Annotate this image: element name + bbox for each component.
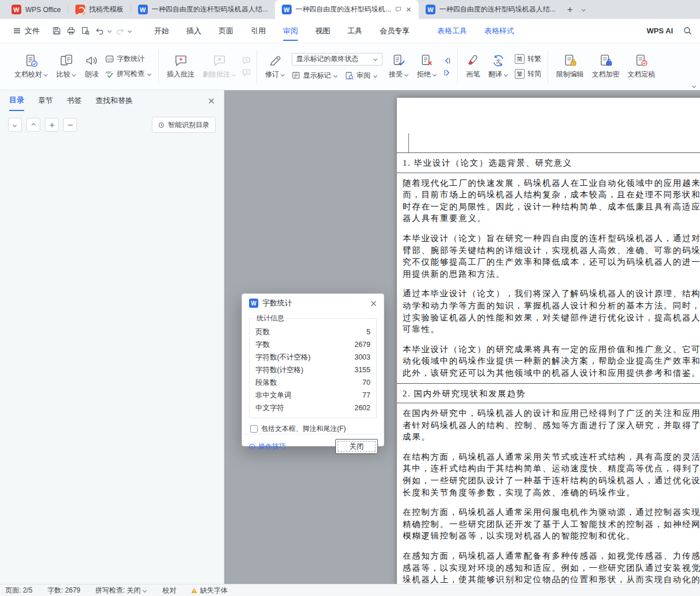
compare-button[interactable]: 比较 — [52, 51, 81, 82]
delete-comment-button[interactable]: 删除批注 — [198, 51, 240, 82]
to-simplified-button[interactable]: 繁 转简 — [515, 69, 541, 79]
word-count-button[interactable]: 123 字数统计 — [105, 54, 152, 64]
document-paragraph[interactable]: 在控制方面，码垛机器人通常采用伺服电机作为驱动源，通过控制器实现对精确控制。一些… — [397, 502, 700, 546]
ribbon-collapse-icon[interactable] — [692, 84, 697, 88]
print-preview-button[interactable] — [79, 24, 92, 38]
next-comment-icon[interactable] — [242, 68, 251, 77]
side-tab-find-replace[interactable]: 查找和替换 — [95, 90, 133, 111]
read-aloud-button[interactable]: 朗读 — [81, 51, 103, 82]
reject-button[interactable]: 拒绝 — [413, 51, 441, 82]
smart-identify-toc-button[interactable]: 智能识别目录 — [152, 117, 216, 133]
spell-check-button[interactable]: ABC 拼写检查 — [105, 69, 152, 79]
toc-collapse-button[interactable] — [26, 118, 40, 132]
side-tab-bookmarks[interactable]: 书签 — [67, 90, 82, 111]
new-tab-button[interactable]: + — [563, 0, 577, 19]
checkbox-unchecked-icon[interactable] — [250, 425, 258, 433]
doc-proof-button[interactable]: 文档校对 — [10, 51, 52, 82]
menu-review[interactable]: 审阅 — [283, 19, 298, 43]
status-page-indicator[interactable]: 页面: 2/5 — [5, 586, 32, 595]
review-button[interactable]: 审阅 — [345, 71, 378, 81]
simplified-char-icon: 简 — [515, 54, 525, 64]
insert-comment-button[interactable]: 插入批注 — [163, 51, 198, 82]
document-paragraph[interactable]: 在感知方面，码垛机器人通常配备有多种传感器，如视觉传感器、力传感器感器等，以实现… — [397, 546, 700, 584]
tips-label: 操作技巧 — [258, 442, 286, 452]
track-changes-button[interactable]: 修订 — [261, 51, 289, 82]
accept-button[interactable]: 接受 — [385, 51, 413, 82]
status-proofread-button[interactable]: 校对 — [162, 586, 176, 595]
chevron-down-icon[interactable] — [281, 72, 285, 77]
ribbon-separator — [158, 50, 159, 83]
to-traditional-button[interactable]: 简 转繁 — [515, 54, 541, 64]
toc-zoom-out-button[interactable] — [63, 118, 77, 132]
tab-document-3[interactable]: W 一种四自由度的连杆型码垛机器人结... — [419, 0, 563, 19]
undo-chevron-icon[interactable] — [108, 29, 112, 33]
operation-tips-link[interactable]: 操作技巧 — [249, 442, 286, 452]
menu-page[interactable]: 页面 — [219, 19, 234, 43]
dialog-close-button[interactable] — [370, 300, 377, 307]
menu-home[interactable]: 开始 — [154, 19, 169, 43]
side-tab-contents[interactable]: 目录 — [9, 90, 24, 111]
menu-view[interactable]: 视图 — [315, 19, 330, 43]
menu-table-tools[interactable]: 表格工具 — [437, 19, 467, 43]
side-tab-chapters[interactable]: 章节 — [38, 90, 53, 111]
chevron-down-icon[interactable] — [334, 74, 338, 78]
translate-label: 翻译 — [488, 70, 502, 79]
print-button[interactable] — [64, 24, 78, 38]
document-page[interactable]: 1. 毕业设计（论文）选题背景、研究意义随着现代化工厂的快速发展，码垛机器人在工… — [397, 98, 700, 584]
translate-button[interactable]: 文 翻译 — [484, 51, 512, 82]
chevron-down-icon[interactable] — [373, 74, 378, 78]
tab-close-icon[interactable] — [406, 6, 412, 13]
chevron-down-icon[interactable] — [404, 72, 409, 77]
include-textbox-checkbox-row[interactable]: 包括文本框、脚注和尾注(F) — [250, 424, 376, 434]
document-paragraph[interactable]: 随着现代化工厂的快速发展，码垛机器人在工业自动化领域中的应用越来越而，目前市场上… — [397, 173, 700, 228]
tab-document-1[interactable]: W 一种四自由度的连杆型码垛机器人结... — [131, 0, 275, 19]
file-menu-button[interactable]: 文件 — [8, 26, 44, 36]
tab-docer-template[interactable]: 找稿壳模板 — [68, 0, 131, 19]
markup-state-dropdown[interactable]: 显示标记的最终状态 — [292, 53, 382, 66]
chevron-down-icon[interactable] — [433, 72, 437, 77]
chevron-down-icon[interactable] — [232, 72, 236, 77]
toc-expand-button[interactable] — [8, 118, 22, 132]
doc-finalize-button[interactable]: 文档定稿 — [624, 51, 659, 82]
dialog-title-bar[interactable]: W 字数统计 — [242, 294, 384, 312]
document-paragraph[interactable]: 本毕业设计（论文）旨在研究一种四自由度的连杆型码垛机器人，通过对腰臂部、腕部等关… — [397, 228, 700, 284]
search-icon[interactable] — [683, 26, 692, 35]
document-paragraph[interactable]: 在结构方面，码垛机器人通常采用关节式或连杆式结构，具有高度的灵活性其中，连杆式结… — [397, 447, 700, 502]
chevron-down-icon[interactable] — [147, 72, 152, 76]
document-paragraph[interactable]: 本毕业设计（论文）的研究成果将具有一定的应用价值和推广意义。它可以动化领域中的码… — [397, 339, 700, 383]
document-heading[interactable]: 1. 毕业设计（论文）选题背景、研究意义 — [397, 152, 700, 173]
tab-document-2-active[interactable]: W 一种四自由度的连杆型码垛机... — [275, 0, 419, 19]
traditional-char-icon: 繁 — [515, 69, 525, 79]
document-paragraph[interactable]: 在国内外研究中，码垛机器人的设计和应用已经得到了广泛的关注和应用。者针对码垛机器… — [397, 403, 700, 447]
menu-member[interactable]: 会员专享 — [380, 19, 410, 43]
menu-table-style[interactable]: 表格样式 — [484, 19, 514, 43]
chevron-down-icon[interactable] — [504, 72, 508, 77]
document-heading[interactable]: 2. 国内外研究现状和发展趋势 — [397, 383, 700, 404]
menu-reference[interactable]: 引用 — [251, 19, 266, 43]
close-button[interactable]: 关闭 — [335, 439, 378, 454]
status-spellcheck-toggle[interactable]: 拼写检查: 关闭 — [95, 586, 148, 595]
side-panel-close-button[interactable] — [208, 98, 215, 104]
previous-comment-icon[interactable] — [242, 56, 251, 65]
menu-insert[interactable]: 插入 — [186, 19, 201, 43]
menu-tools[interactable]: 工具 — [347, 19, 362, 43]
status-word-count[interactable]: 字数: 2679 — [47, 586, 80, 595]
status-missing-font-warning[interactable]: 缺失字体 — [191, 586, 227, 595]
wps-ai-button[interactable]: WPS AI — [647, 26, 673, 35]
save-button[interactable] — [50, 24, 63, 38]
tab-wps-home[interactable]: W WPS Office — [5, 0, 68, 19]
next-change-icon[interactable] — [443, 68, 452, 77]
chevron-down-icon[interactable] — [72, 72, 76, 77]
document-paragraph[interactable]: 通过本毕业设计（论文），我们将深入了解码垛机器人的设计原理、结构特动学和动力学等… — [397, 284, 700, 339]
undo-button[interactable] — [93, 24, 106, 38]
previous-change-icon[interactable] — [443, 56, 452, 65]
redo-button[interactable] — [113, 24, 127, 38]
doc-encrypt-button[interactable]: 文档加密 — [588, 51, 624, 82]
toc-zoom-in-button[interactable] — [45, 118, 59, 132]
tab-list-chevron-icon[interactable] — [577, 0, 590, 19]
restrict-edit-button[interactable]: 限制编辑 — [552, 51, 588, 82]
redo-chevron-icon[interactable] — [128, 29, 132, 33]
show-markup-button[interactable]: 显示标记 — [292, 71, 338, 81]
chevron-down-icon[interactable] — [44, 72, 48, 77]
pen-button[interactable]: 画笔 — [462, 51, 484, 82]
